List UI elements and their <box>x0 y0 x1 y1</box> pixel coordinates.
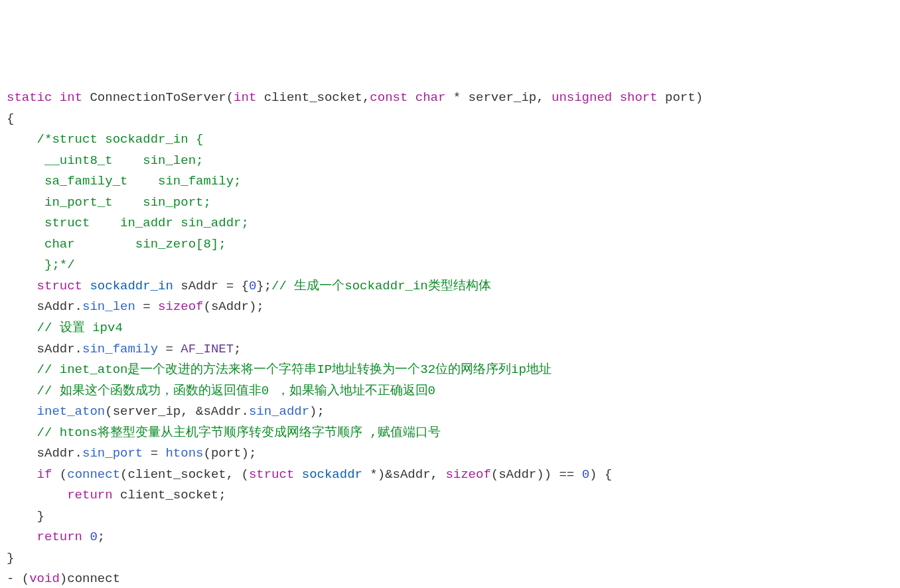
token-plain: ; <box>98 530 105 544</box>
token-kw: short <box>620 90 658 105</box>
token-plain: }; <box>256 279 271 293</box>
token-type: sockaddr_in <box>90 279 173 293</box>
token-func: connect <box>67 467 120 482</box>
token-kw: char <box>415 90 446 105</box>
code-line: // htons将整型变量从主机字节顺序转变成网络字节顺序 ,赋值端口号 <box>7 423 893 444</box>
code-block: static int ConnectionToServer(int client… <box>7 88 893 588</box>
token-kw: return <box>37 530 82 544</box>
token-kw: return <box>67 488 112 502</box>
token-comment: // 生成一个sockaddr_in类型结构体 <box>271 279 491 293</box>
token-plain <box>7 404 37 419</box>
token-plain: (server_ip, &sAddr. <box>105 404 249 419</box>
token-plain <box>7 362 37 377</box>
token-prop: sin_len <box>82 299 135 314</box>
token-func: htons <box>165 446 203 461</box>
token-plain: port) <box>658 90 703 105</box>
token-plain <box>7 174 44 188</box>
token-plain <box>294 467 301 482</box>
code-line: __uint8_t sin_len; <box>7 151 893 172</box>
token-plain: sAddr = { <box>173 279 249 293</box>
token-kw: static <box>7 90 52 105</box>
token-plain: (client_socket, ( <box>120 467 249 482</box>
token-plain: = <box>158 342 181 356</box>
token-plain <box>82 530 90 544</box>
token-plain: client_socket; <box>113 488 226 502</box>
code-line: sAddr.sin_port = htons(port); <box>7 443 893 465</box>
token-plain: *)&sAddr, <box>362 467 445 482</box>
token-prop: sin_addr <box>249 404 309 419</box>
code-line: // 设置 ipv4 <box>7 318 893 339</box>
token-func: inet_aton <box>37 404 106 419</box>
token-comment: // 设置 ipv4 <box>37 321 123 335</box>
token-plain: (sAddr); <box>204 299 264 314</box>
code-line: // 如果这个函数成功，函数的返回值非0 ，如果输入地址不正确返回0 <box>7 381 893 402</box>
code-line: sAddr.sin_len = sizeof(sAddr); <box>7 297 893 318</box>
code-line: // inet_aton是一个改进的方法来将一个字符串IP地址转换为一个32位的… <box>7 360 893 381</box>
token-plain: } <box>7 509 44 524</box>
token-comment: sa_family_t sin_family; <box>44 174 241 188</box>
token-num: 0 <box>90 530 97 544</box>
token-plain: ; <box>234 342 241 356</box>
token-plain: sAddr. <box>7 342 82 356</box>
code-line: static int ConnectionToServer(int client… <box>7 88 893 109</box>
code-line: };*/ <box>7 255 893 276</box>
token-kw: int <box>60 90 82 105</box>
token-kw: void <box>29 571 60 586</box>
token-macro: AF_INET <box>181 342 234 356</box>
token-num: 0 <box>582 467 589 482</box>
token-plain: client_socket, <box>256 90 370 105</box>
token-num: 0 <box>249 279 256 293</box>
token-plain: = <box>143 446 165 461</box>
token-plain <box>7 257 44 272</box>
token-plain <box>7 425 37 440</box>
token-plain <box>7 467 37 482</box>
token-plain <box>52 90 59 105</box>
token-plain: sAddr. <box>7 446 82 461</box>
token-plain <box>7 530 37 544</box>
token-plain <box>7 216 44 230</box>
token-plain <box>7 384 37 398</box>
token-kw: struct <box>249 467 294 482</box>
code-line: sa_family_t sin_family; <box>7 171 893 192</box>
code-line: { <box>7 109 893 130</box>
token-plain: - ( <box>7 571 29 586</box>
code-line: - (void)connect <box>7 569 893 588</box>
token-comment: char sin_zero[8]; <box>44 237 226 252</box>
token-comment: struct in_addr sin_addr; <box>44 216 249 230</box>
token-plain <box>7 321 37 335</box>
token-plain: (port); <box>203 446 256 461</box>
token-type: sockaddr <box>302 467 362 482</box>
token-plain: (sAddr)) == <box>491 467 582 482</box>
token-kw: sizeof <box>445 467 490 482</box>
token-plain <box>7 132 37 147</box>
token-comment: // inet_aton是一个改进的方法来将一个字符串IP地址转换为一个32位的… <box>37 362 552 377</box>
code-line: in_port_t sin_port; <box>7 192 893 214</box>
token-plain <box>7 237 44 252</box>
token-plain: } <box>7 551 14 565</box>
code-line: } <box>7 548 893 569</box>
code-line: } <box>7 506 893 528</box>
code-line: sAddr.sin_family = AF_INET; <box>7 339 893 360</box>
code-line: return 0; <box>7 527 893 548</box>
token-plain <box>7 153 44 168</box>
token-plain: )connect <box>60 571 120 586</box>
token-kw: int <box>234 90 256 105</box>
token-plain: = <box>135 299 158 314</box>
code-line: char sin_zero[8]; <box>7 234 893 256</box>
token-prop: sin_port <box>82 446 143 461</box>
token-plain: { <box>7 111 14 126</box>
token-plain: ( <box>52 467 67 482</box>
token-kw: struct <box>37 279 82 293</box>
code-line: /*struct sockaddr_in { <box>7 129 893 151</box>
token-plain: sAddr. <box>7 299 82 314</box>
token-comment: // 如果这个函数成功，函数的返回值非0 ，如果输入地址不正确返回0 <box>37 384 435 398</box>
token-kw: sizeof <box>158 299 203 314</box>
token-plain <box>408 90 415 105</box>
token-plain <box>82 279 90 293</box>
token-plain <box>7 195 44 210</box>
token-plain <box>7 279 37 293</box>
token-comment: };*/ <box>44 257 75 272</box>
token-prop: sin_family <box>82 342 158 356</box>
token-comment: in_port_t sin_port; <box>44 195 211 210</box>
token-kw: unsigned <box>552 90 612 105</box>
